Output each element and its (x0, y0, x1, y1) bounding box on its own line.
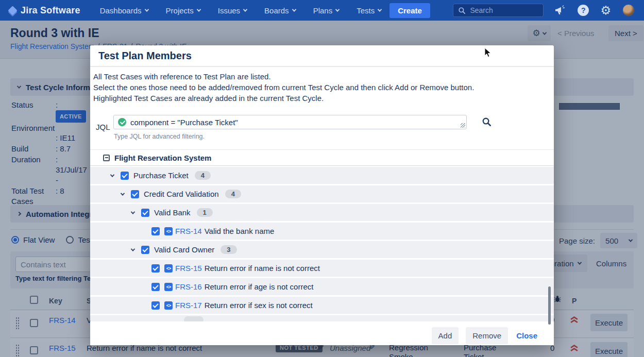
nav-item-tests[interactable]: Tests (357, 6, 381, 15)
create-button[interactable]: Create (389, 3, 430, 18)
dialog-title: Test Plan Members (98, 50, 192, 62)
tree-folder-row[interactable]: Valid Bank 1 (90, 204, 554, 221)
tree-folder-row[interactable]: Purchase Ticket 4 (90, 167, 554, 184)
test-case-key-link[interactable]: FRS-15 (175, 264, 202, 273)
scrollbar-thumb[interactable] (548, 286, 551, 325)
tree-testcase-row[interactable]: <> FRS-16 Return error if age is not cor… (90, 278, 554, 295)
tree-folder-row[interactable]: Credit Card Validation 4 (90, 185, 554, 202)
chevron-down-icon (131, 247, 135, 251)
checkbox-checked[interactable] (141, 209, 149, 217)
count-badge: 4 (195, 171, 211, 180)
tree-row-clipped (90, 315, 554, 321)
resize-handle[interactable] (461, 123, 465, 128)
tree-folder-row[interactable]: Valid Card Owner 3 (90, 241, 554, 258)
chevron-down-icon (110, 173, 114, 177)
checkbox-checked[interactable] (131, 190, 139, 198)
jql-help-text: Type JQL for advanced filtering. (114, 133, 205, 140)
checkbox-checked[interactable] (141, 246, 149, 254)
settings-gear-icon[interactable]: ⚙ (600, 5, 611, 16)
count-badge: 3 (221, 245, 236, 254)
jql-valid-check-icon (118, 118, 126, 126)
chevron-down-icon (144, 7, 148, 11)
checkbox-checked[interactable] (151, 227, 160, 235)
jql-value: component = "Purchase Ticket" (130, 118, 238, 127)
jira-diamond-icon (8, 6, 17, 15)
mouse-cursor (484, 47, 492, 60)
jql-search-button[interactable] (482, 117, 492, 129)
help-icon[interactable]: ? (578, 5, 589, 16)
project-root-label: Flight Reservation System (114, 154, 211, 162)
tree-testcase-row[interactable]: <> FRS-14 Valid the bank name (90, 223, 554, 240)
chevron-down-icon (335, 7, 340, 11)
test-case-key-link[interactable]: FRS-16 (175, 282, 202, 291)
tree-root-row: Flight Reservation System (90, 149, 554, 166)
tree-testcase-row[interactable]: <> FRS-15 Return error if name is not co… (90, 260, 554, 277)
brand-label: Jira Software (21, 5, 80, 16)
close-button[interactable]: Close (516, 331, 537, 340)
remove-button[interactable]: Remove (466, 327, 508, 344)
chevron-down-icon (243, 7, 247, 11)
test-plan-members-dialog: Test Plan Members All Test Cases with re… (90, 45, 554, 345)
search-icon (458, 7, 466, 14)
top-nav: Jira Software Dashboards Projects Issues… (0, 0, 644, 21)
jql-input[interactable]: component = "Purchase Ticket" (113, 115, 467, 129)
nav-menu: Dashboards Projects Issues Boards Plans … (100, 6, 382, 15)
screen: Jira Software Dashboards Projects Issues… (0, 0, 644, 357)
nav-item-issues[interactable]: Issues (218, 6, 247, 15)
count-badge: 4 (225, 190, 241, 198)
tree-testcase-row[interactable]: <> FRS-17 Return error if sex is not cor… (90, 297, 554, 314)
add-button[interactable]: Add (432, 327, 459, 344)
checkbox-checked[interactable] (151, 283, 160, 291)
chevron-down-icon (121, 191, 125, 195)
count-badge: 1 (197, 208, 213, 217)
test-case-type-icon: <> (164, 227, 173, 235)
test-case-type-icon: <> (164, 301, 173, 310)
user-avatar[interactable] (622, 4, 635, 16)
dialog-footer: Add Remove Close (90, 326, 554, 345)
test-case-type-icon: <> (164, 283, 173, 291)
test-case-key-link[interactable]: FRS-17 (175, 301, 202, 310)
dialog-description: All Test Cases with reference to Test Pl… (90, 67, 554, 104)
jql-label: JQL (96, 123, 110, 131)
global-search[interactable] (453, 4, 544, 17)
nav-item-projects[interactable]: Projects (166, 6, 200, 15)
count-badge (184, 316, 204, 322)
checkbox-checked[interactable] (151, 264, 160, 273)
checkbox-checked[interactable] (121, 172, 129, 180)
chevron-down-icon (196, 7, 200, 11)
nav-item-plans[interactable]: Plans (313, 6, 340, 15)
checkbox-checked[interactable] (151, 301, 160, 310)
test-case-type-icon: <> (164, 264, 173, 273)
chevron-down-icon (292, 7, 296, 11)
search-input[interactable] (470, 6, 532, 14)
test-case-tree: Purchase Ticket 4 Credit Card Validation… (90, 167, 554, 321)
chevron-down-icon (378, 7, 382, 11)
nav-item-dashboards[interactable]: Dashboards (100, 6, 148, 15)
collapse-minus-icon[interactable] (103, 155, 110, 161)
announcements-icon[interactable] (555, 5, 566, 15)
nav-item-boards[interactable]: Boards (264, 6, 296, 15)
jira-logo[interactable]: Jira Software (9, 5, 80, 16)
test-case-key-link[interactable]: FRS-14 (175, 227, 202, 235)
search-icon (482, 117, 492, 127)
chevron-down-icon (131, 210, 135, 214)
